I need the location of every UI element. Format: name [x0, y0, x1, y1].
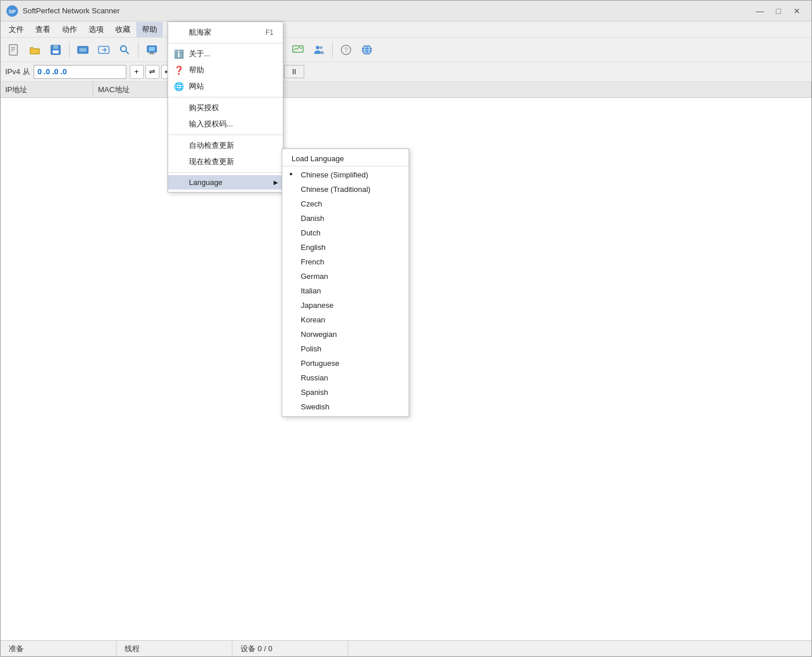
help-icon-button[interactable]: ? — [336, 40, 356, 60]
lang-russian[interactable]: Russian — [282, 371, 409, 385]
lang-label: Norwegian — [301, 330, 337, 339]
status-bar: 准备 线程 设备 0 / 0 — [1, 640, 811, 656]
menu-auto-update[interactable]: 自动检查更新 — [168, 137, 283, 154]
menu-website[interactable]: 🌐 网站 — [168, 78, 283, 95]
lang-norwegian[interactable]: Norwegian — [282, 327, 409, 342]
menu-language[interactable]: Language — [168, 175, 283, 190]
lang-label: English — [301, 243, 326, 252]
lang-french[interactable]: French — [282, 255, 409, 269]
website-label: 网站 — [189, 81, 204, 92]
monitor-button[interactable] — [288, 40, 308, 60]
menu-action[interactable]: 动作 — [56, 22, 83, 37]
menu-about[interactable]: ℹ️ 关于... — [168, 46, 283, 62]
separator-2 — [168, 97, 283, 97]
close-button[interactable]: ✕ — [788, 3, 806, 19]
lang-italian[interactable]: Italian — [282, 284, 409, 298]
svg-text:?: ? — [344, 46, 348, 53]
lang-swedish[interactable]: Swedish — [282, 400, 409, 414]
status-ready: 准备 — [1, 641, 116, 656]
maximize-button[interactable]: □ — [770, 3, 787, 19]
svg-rect-15 — [149, 47, 155, 51]
lang-portuguese[interactable]: Portuguese — [282, 356, 409, 371]
svg-rect-17 — [149, 53, 155, 55]
auto-update-label: 自动检查更新 — [189, 140, 234, 151]
svg-rect-8 — [53, 50, 59, 53]
search-button[interactable] — [115, 40, 134, 60]
ipv4-label: IPv4 从 — [5, 67, 30, 77]
computer-button[interactable] — [142, 40, 162, 60]
lang-danish[interactable]: Danish — [282, 211, 409, 226]
pause-button[interactable]: ⏸ — [284, 65, 304, 78]
svg-rect-16 — [150, 52, 154, 53]
lang-label: Dutch — [301, 228, 321, 237]
svg-point-39 — [320, 46, 323, 49]
about-label: 关于... — [189, 49, 210, 59]
lang-japanese[interactable]: Japanese — [282, 298, 409, 313]
lang-label: Chinese (Simplified) — [301, 170, 368, 179]
lang-label: German — [301, 272, 328, 281]
lang-label: Korean — [301, 315, 325, 324]
main-window: SP SoftPerfect Network Scanner — □ ✕ 文件 … — [0, 0, 812, 657]
window-title: SoftPerfect Network Scanner — [23, 6, 751, 15]
toolbar-separator-2 — [138, 42, 139, 58]
minimize-button[interactable]: — — [751, 3, 769, 19]
lang-label: Spanish — [301, 388, 328, 397]
lang-czech[interactable]: Czech — [282, 197, 409, 211]
selected-bullet: ● — [289, 170, 293, 177]
menu-help-item[interactable]: ❓ 帮助 — [168, 62, 283, 78]
add-range-button[interactable]: + — [130, 65, 144, 79]
menu-options[interactable]: 选项 — [83, 22, 110, 37]
language-submenu: Load Language ● Chinese (Simplified) Chi… — [282, 148, 409, 417]
app-icon: SP — [6, 5, 18, 17]
lang-label: Czech — [301, 199, 322, 208]
buy-license-label: 购买授权 — [189, 103, 219, 113]
help-label: 帮助 — [189, 65, 204, 75]
menu-navigator[interactable]: 航海家 F1 — [168, 24, 283, 41]
address-bar: IPv4 从 + ⇌ ↩ ★ ✓ ▶ 开始扫描 ⏸ — [1, 62, 811, 82]
question-icon: ❓ — [174, 66, 184, 75]
load-language-item[interactable]: Load Language — [282, 151, 409, 166]
enter-license-label: 输入授权码... — [189, 119, 233, 129]
lang-korean[interactable]: Korean — [282, 313, 409, 327]
lang-english[interactable]: English — [282, 240, 409, 255]
menu-check-updates[interactable]: 现在检查更新 — [168, 154, 283, 170]
import-export-button[interactable] — [94, 40, 114, 60]
separator-3 — [168, 135, 283, 135]
lang-dutch[interactable]: Dutch — [282, 226, 409, 240]
lang-german[interactable]: German — [282, 269, 409, 284]
navigator-label: 航海家 — [189, 27, 212, 38]
lang-polish[interactable]: Polish — [282, 342, 409, 356]
lang-chinese-simplified[interactable]: ● Chinese (Simplified) — [282, 168, 409, 182]
new-button[interactable] — [4, 40, 24, 60]
menu-buy-license[interactable]: 购买授权 — [168, 100, 283, 116]
lang-spanish[interactable]: Spanish — [282, 385, 409, 400]
separator-4 — [168, 172, 283, 173]
lang-label: Chinese (Traditional) — [301, 185, 370, 194]
info-icon: ℹ️ — [174, 49, 184, 59]
lang-label: Portuguese — [301, 359, 340, 368]
toolbar: IP WMI — [1, 38, 811, 62]
check-updates-label: 现在检查更新 — [189, 157, 234, 167]
status-threads: 线程 — [116, 641, 232, 656]
network-discovery-button[interactable] — [73, 40, 93, 60]
table-header: IP地址 MAC地址 主机名 — [1, 82, 811, 98]
lang-label: Italian — [301, 286, 321, 295]
lang-label: Russian — [301, 373, 328, 382]
language-label: Language — [189, 178, 223, 187]
menu-bookmarks[interactable]: 收藏 — [110, 22, 136, 37]
open-button[interactable] — [25, 40, 45, 60]
globe-button[interactable] — [357, 40, 377, 60]
menu-file[interactable]: 文件 — [3, 22, 30, 37]
ip-from-input[interactable] — [34, 65, 126, 79]
navigator-shortcut: F1 — [265, 28, 274, 37]
lang-chinese-traditional[interactable]: Chinese (Traditional) — [282, 182, 409, 197]
col-header-ip: IP地址 — [1, 82, 93, 98]
users-button[interactable] — [309, 40, 329, 60]
save-button[interactable] — [46, 40, 65, 60]
lang-label: Japanese — [301, 301, 333, 310]
shuffle-button[interactable]: ⇌ — [145, 65, 159, 79]
menu-view[interactable]: 查看 — [30, 22, 56, 37]
menu-enter-license[interactable]: 输入授权码... — [168, 116, 283, 132]
lang-label: Polish — [301, 344, 321, 353]
menu-help[interactable]: 帮助 — [136, 22, 163, 37]
